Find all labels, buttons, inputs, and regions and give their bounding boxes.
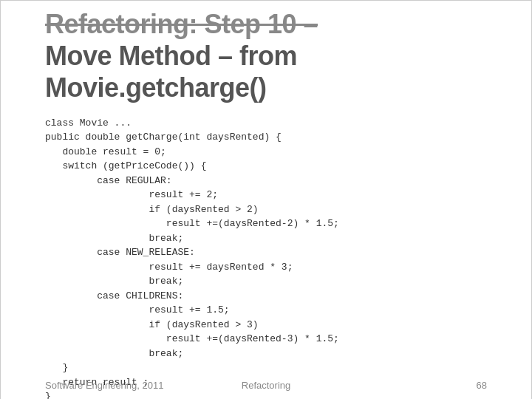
footer-left-text: Software Engineering, 2011 xyxy=(45,380,163,391)
code-block: class Movie ... public double getCharge(… xyxy=(1,112,531,399)
slide-title: Refactoring: Step 10 – Move Method – fro… xyxy=(45,8,487,104)
slide-footer: Software Engineering, 2011 Refactoring 6… xyxy=(1,380,531,391)
title-area: Refactoring: Step 10 – Move Method – fro… xyxy=(1,1,531,112)
code-content: class Movie ... public double getCharge(… xyxy=(45,116,487,399)
title-line2: Move Method – from xyxy=(45,41,297,71)
footer-right-text: 68 xyxy=(477,380,487,391)
slide-container: Refactoring: Step 10 – Move Method – fro… xyxy=(0,0,532,399)
footer-center-text: Refactoring xyxy=(242,380,290,391)
title-line3: Movie.getcharge() xyxy=(45,72,267,103)
title-line1: Refactoring: Step 10 – xyxy=(45,9,318,39)
